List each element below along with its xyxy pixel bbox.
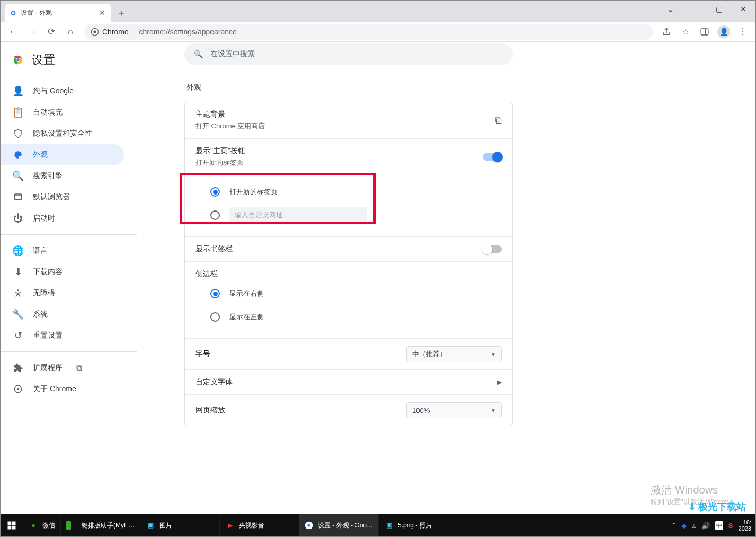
- sidebar-item-startup[interactable]: ⏻启动时: [1, 208, 124, 229]
- tray-sogou-icon[interactable]: S: [728, 522, 733, 530]
- svg-point-9: [17, 289, 19, 291]
- svg-rect-14: [8, 526, 12, 530]
- wrench-icon: 🔧: [13, 309, 23, 320]
- page-zoom-select[interactable]: 100% ▼: [406, 402, 502, 418]
- theme-row[interactable]: 主题背景 打开 Chrome 应用商店 ⧉: [185, 102, 512, 138]
- tray-app-icon[interactable]: ◆: [681, 522, 687, 530]
- person-icon: 👤: [13, 85, 23, 97]
- svg-rect-15: [12, 526, 16, 530]
- close-tab-icon[interactable]: ✕: [99, 8, 105, 17]
- start-button[interactable]: [1, 514, 23, 536]
- shield-icon: [13, 129, 23, 138]
- sidebar-item-appearance[interactable]: 外观: [1, 144, 124, 165]
- download-icon: ⬇: [13, 266, 23, 278]
- sidebar-item-system[interactable]: 🔧系统: [1, 304, 124, 325]
- chevron-down-icon: ▼: [491, 351, 496, 357]
- font-size-row: 字号 中（推荐） ▼: [185, 338, 512, 369]
- page-zoom-row: 网页缩放 100% ▼: [185, 394, 512, 426]
- sidebar-item-privacy[interactable]: 隐私设置和安全性: [1, 123, 124, 144]
- bookmarks-bar-toggle[interactable]: [483, 245, 502, 253]
- sidebar-item-default-browser[interactable]: 默认浏览器: [1, 187, 124, 208]
- profile-avatar[interactable]: 👤: [715, 23, 732, 40]
- tray-chevron-icon[interactable]: ˄: [672, 522, 676, 530]
- svg-rect-2: [701, 29, 708, 35]
- tray-volume-icon[interactable]: 🔊: [701, 522, 710, 530]
- radio-icon: [210, 312, 220, 322]
- option-new-tab[interactable]: 打开新的标签页: [210, 180, 502, 204]
- window-minimize-button[interactable]: —: [682, 1, 707, 17]
- accessibility-icon: [13, 288, 23, 298]
- settings-search-input[interactable]: 🔍 在设置中搜索: [184, 43, 513, 65]
- palette-icon: [13, 150, 23, 160]
- globe-icon: 🌐: [13, 245, 23, 257]
- back-button[interactable]: ←: [5, 23, 22, 40]
- svg-rect-12: [8, 522, 12, 525]
- share-icon[interactable]: [658, 23, 675, 40]
- chevron-right-icon: ▶: [497, 378, 502, 386]
- taskbar-item-wechat[interactable]: ●微信: [23, 514, 60, 536]
- reset-icon: ↺: [13, 330, 23, 341]
- window-maximize-button[interactable]: ▢: [707, 1, 731, 17]
- address-toolbar: ← → ⟳ ⌂ Chrome | chrome://settings/appea…: [1, 22, 755, 42]
- windows-taskbar[interactable]: ●微信 一键排版助手(MyE… ▣图片 ▶央视影音 设置 - 外观 - Goo……: [1, 514, 755, 536]
- radio-icon: [210, 187, 220, 197]
- bookmarks-bar-row: 显示书签栏: [185, 236, 512, 261]
- omnibox-url: chrome://settings/appearance: [139, 28, 236, 36]
- taskbar-item-photos[interactable]: ▣图片: [140, 514, 219, 536]
- side-panel-icon[interactable]: [696, 23, 713, 40]
- sidebar-item-search-engine[interactable]: 🔍搜索引擎: [1, 165, 124, 187]
- sidepanel-title-row: 侧边栏: [185, 261, 512, 282]
- search-placeholder: 在设置中搜索: [210, 49, 255, 59]
- sidebar-item-autofill[interactable]: 📋自动填充: [1, 102, 124, 123]
- home-button-toggle[interactable]: [483, 153, 502, 161]
- taskbar-item-cctv[interactable]: ▶央视影音: [219, 514, 299, 536]
- new-tab-button[interactable]: ＋: [114, 5, 129, 20]
- tray-network-icon[interactable]: ⎚: [692, 522, 696, 530]
- more-menu-icon[interactable]: ⋮: [734, 23, 751, 40]
- site-watermark: ⬇极光下载站: [688, 500, 746, 513]
- extension-icon: [13, 363, 23, 373]
- sidebar-item-accessibility[interactable]: 无障碍: [1, 283, 124, 304]
- sidebar-item-downloads[interactable]: ⬇下载内容: [1, 261, 124, 283]
- font-size-select[interactable]: 中（推荐） ▼: [406, 346, 502, 362]
- chrome-logo-icon: [12, 54, 24, 66]
- tab-search-chevron-icon[interactable]: ⌄: [658, 1, 682, 17]
- search-icon: 🔍: [13, 170, 23, 182]
- autofill-icon: 📋: [13, 107, 23, 118]
- taskbar-item-chrome-settings[interactable]: 设置 - 外观 - Goo…: [299, 514, 378, 536]
- home-button[interactable]: ⌂: [62, 23, 79, 40]
- option-custom-url[interactable]: 输入自定义网址: [210, 204, 502, 227]
- power-icon: ⏻: [13, 213, 23, 224]
- browser-tab[interactable]: ⚙ 设置 - 外观 ✕: [5, 4, 111, 22]
- svg-point-1: [93, 30, 96, 33]
- taskbar-item-image-viewer[interactable]: ▣5.png - 照片: [378, 514, 458, 536]
- chrome-logo-icon: [91, 28, 99, 36]
- external-link-icon[interactable]: ⧉: [495, 115, 502, 126]
- sidepanel-left-option[interactable]: 显示在左侧: [210, 305, 502, 329]
- appearance-section-title: 外观: [186, 83, 201, 92]
- radio-icon: [210, 210, 220, 220]
- sidebar-item-about-chrome[interactable]: 关于 Chrome: [1, 378, 124, 400]
- bookmark-star-icon[interactable]: ☆: [677, 23, 694, 40]
- custom-fonts-row[interactable]: 自定义字体 ▶: [185, 369, 512, 394]
- sidebar-item-languages[interactable]: 🌐语言: [1, 240, 124, 261]
- window-close-button[interactable]: ✕: [731, 1, 755, 17]
- chevron-down-icon: ▼: [491, 408, 496, 413]
- custom-url-input[interactable]: 输入自定义网址: [229, 207, 367, 223]
- gear-icon: ⚙: [10, 9, 16, 17]
- sidepanel-right-option[interactable]: 显示在右侧: [210, 282, 502, 305]
- sidebar-item-you-and-google[interactable]: 👤您与 Google: [1, 81, 124, 102]
- svg-rect-13: [12, 522, 16, 525]
- home-button-options: 打开新的标签页 输入自定义网址: [185, 175, 512, 236]
- svg-point-17: [308, 524, 310, 526]
- sidebar-item-reset[interactable]: ↺重置设置: [1, 325, 124, 346]
- tray-clock[interactable]: 16: 2023: [739, 519, 751, 532]
- chrome-icon: [13, 384, 23, 394]
- tray-ime-indicator[interactable]: 中: [715, 521, 723, 530]
- sidebar-item-extensions[interactable]: 扩展程序⧉: [1, 357, 124, 378]
- window-titlebar: ⚙ 设置 - 外观 ✕ ＋ ⌄ — ▢ ✕: [1, 1, 755, 22]
- omnibox[interactable]: Chrome | chrome://settings/appearance: [84, 24, 653, 40]
- reload-button[interactable]: ⟳: [43, 23, 60, 40]
- taskbar-item-typeset[interactable]: 一键排版助手(MyE…: [60, 514, 140, 536]
- forward-button[interactable]: →: [24, 23, 41, 40]
